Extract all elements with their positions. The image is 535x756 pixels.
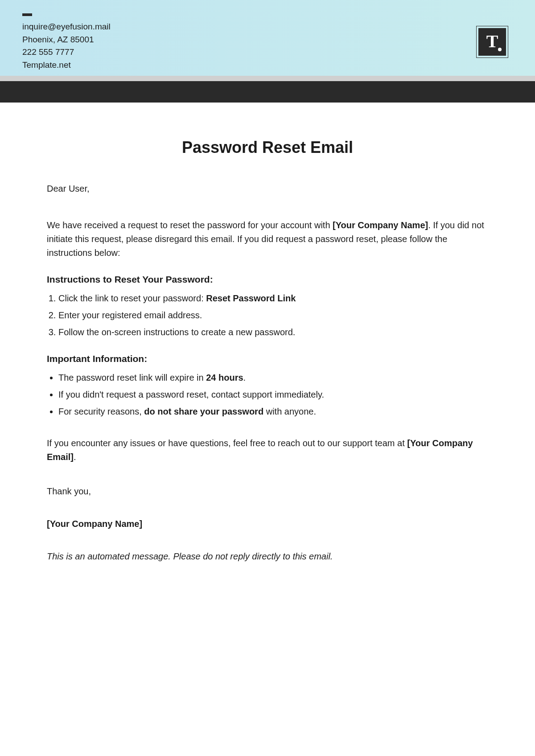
letterhead-band: inquire@eyefusion.mail Phoenix, AZ 85001… bbox=[0, 0, 535, 76]
instruction-text: Click the link to reset your password: bbox=[58, 293, 206, 303]
company-placeholder: [Your Company Name] bbox=[333, 220, 428, 230]
security-warning: do not share your password bbox=[144, 407, 263, 416]
logo-letter: T bbox=[486, 33, 498, 50]
support-suffix: . bbox=[74, 452, 76, 462]
expire-duration: 24 hours bbox=[206, 373, 243, 382]
divider-gray bbox=[0, 76, 535, 81]
list-item: Follow the on-screen instructions to cre… bbox=[58, 325, 488, 339]
logo-inner: T bbox=[478, 28, 506, 56]
contact-phone: 222 555 7777 bbox=[22, 46, 513, 59]
important-prefix: The password reset link will expire in bbox=[58, 373, 206, 382]
signature: [Your Company Name] bbox=[47, 519, 488, 529]
greeting: Dear User, bbox=[47, 184, 488, 194]
document-title: Password Reset Email bbox=[47, 138, 488, 157]
instructions-heading: Instructions to Reset Your Password: bbox=[47, 274, 488, 285]
contact-info: inquire@eyefusion.mail Phoenix, AZ 85001… bbox=[22, 21, 513, 71]
list-item: Click the link to reset your password: R… bbox=[58, 291, 488, 305]
important-suffix: . bbox=[243, 373, 246, 382]
divider-black bbox=[0, 81, 535, 103]
contact-email: inquire@eyefusion.mail bbox=[22, 21, 513, 33]
automated-note: This is an automated message. Please do … bbox=[47, 551, 488, 562]
contact-website: Template.net bbox=[22, 59, 513, 72]
contact-address: Phoenix, AZ 85001 bbox=[22, 33, 513, 46]
support-prefix: If you encounter any issues or have ques… bbox=[47, 438, 407, 448]
list-item: For security reasons, do not share your … bbox=[58, 404, 488, 419]
important-suffix: with anyone. bbox=[263, 407, 316, 416]
important-list: The password reset link will expire in 2… bbox=[47, 370, 488, 419]
list-item: If you didn't request a password reset, … bbox=[58, 387, 488, 402]
document-body: Password Reset Email Dear User, We have … bbox=[0, 103, 535, 588]
instruction-list: Click the link to reset your password: R… bbox=[47, 291, 488, 339]
intro-prefix: We have received a request to reset the … bbox=[47, 220, 333, 230]
reset-link-text: Reset Password Link bbox=[206, 293, 296, 303]
logo: T bbox=[476, 26, 508, 58]
list-item: Enter your registered email address. bbox=[58, 308, 488, 322]
accent-bar bbox=[22, 13, 32, 16]
important-prefix: For security reasons, bbox=[58, 407, 144, 416]
intro-paragraph: We have received a request to reset the … bbox=[47, 218, 488, 260]
list-item: The password reset link will expire in 2… bbox=[58, 370, 488, 385]
logo-dot-icon bbox=[498, 48, 502, 51]
important-heading: Important Information: bbox=[47, 353, 488, 364]
support-paragraph: If you encounter any issues or have ques… bbox=[47, 436, 488, 464]
thank-you: Thank you, bbox=[47, 486, 488, 497]
